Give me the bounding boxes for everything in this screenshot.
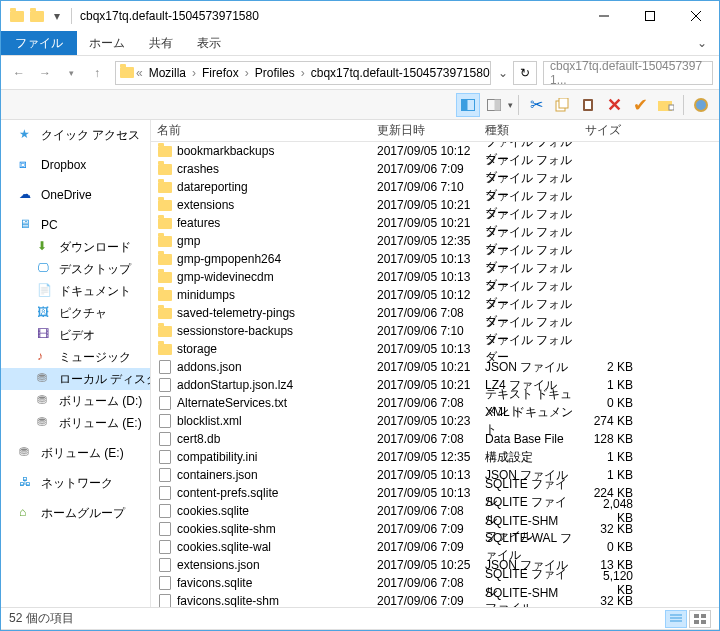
copy-icon[interactable] bbox=[550, 93, 574, 117]
file-icon bbox=[157, 539, 173, 555]
breadcrumb-segment[interactable]: Mozilla bbox=[145, 66, 190, 80]
sidebar-item[interactable]: ⛃ボリューム (D:) bbox=[1, 390, 150, 412]
folder-icon bbox=[157, 269, 173, 285]
sidebar-item-label: OneDrive bbox=[41, 188, 92, 202]
sidebar-item[interactable]: ♪ミュージック bbox=[1, 346, 150, 368]
breadcrumb[interactable]: « Mozilla›Firefox›Profiles›cbqx17tq.defa… bbox=[115, 61, 491, 85]
sidebar-item[interactable]: 🖧ネットワーク bbox=[1, 472, 150, 494]
breadcrumb-segment[interactable]: cbqx17tq.default-1504573971580 bbox=[307, 66, 491, 80]
sidebar-item[interactable]: ⛃ボリューム (E:) bbox=[1, 412, 150, 434]
picture-icon: 🖼 bbox=[37, 305, 53, 321]
file-row[interactable]: cookies.sqlite-wal2017/09/06 7:09SQLITE-… bbox=[151, 538, 719, 556]
file-date: 2017/09/05 10:13 bbox=[371, 468, 479, 482]
globe-icon[interactable] bbox=[689, 93, 713, 117]
folder-icon bbox=[120, 65, 134, 81]
file-row[interactable]: datareporting2017/09/06 7:10ファイル フォルダー bbox=[151, 178, 719, 196]
column-type[interactable]: 種類 bbox=[479, 122, 579, 139]
address-dropdown[interactable]: ⌄ bbox=[497, 61, 509, 85]
view-tab[interactable]: 表示 bbox=[185, 31, 233, 55]
recent-dropdown[interactable]: ▾ bbox=[59, 61, 83, 85]
sidebar-item[interactable]: ⛃ボリューム (E:) bbox=[1, 442, 150, 464]
search-input[interactable]: cbqx17tq.default-150457397 1... bbox=[543, 61, 713, 85]
file-date: 2017/09/05 10:23 bbox=[371, 414, 479, 428]
sidebar-item[interactable]: 🎞ビデオ bbox=[1, 324, 150, 346]
sidebar-item[interactable]: ⛃ローカル ディスク (C:) bbox=[1, 368, 150, 390]
details-view-button[interactable] bbox=[665, 610, 687, 628]
column-name[interactable]: 名前 bbox=[151, 122, 371, 139]
breadcrumb-segment[interactable]: Firefox bbox=[198, 66, 243, 80]
file-row[interactable]: saved-telemetry-pings2017/09/06 7:08ファイル… bbox=[151, 304, 719, 322]
file-row[interactable]: containers.json2017/09/05 10:13JSON ファイル… bbox=[151, 466, 719, 484]
maximize-button[interactable] bbox=[627, 1, 673, 31]
sidebar-item[interactable]: ☁OneDrive bbox=[1, 184, 150, 206]
up-button[interactable]: ↑ bbox=[85, 61, 109, 85]
share-tab[interactable]: 共有 bbox=[137, 31, 185, 55]
file-row[interactable]: AlternateServices.txt2017/09/06 7:08テキスト… bbox=[151, 394, 719, 412]
sidebar-item[interactable]: 🖥PC bbox=[1, 214, 150, 236]
file-row[interactable]: cookies.sqlite2017/09/06 7:08SQLITE ファイル… bbox=[151, 502, 719, 520]
file-row[interactable]: addonStartup.json.lz42017/09/05 10:21LZ4… bbox=[151, 376, 719, 394]
sidebar-item[interactable]: 🖵デスクトップ bbox=[1, 258, 150, 280]
file-tab[interactable]: ファイル bbox=[1, 31, 77, 55]
navigation-pane[interactable]: ★クイック アクセス⧈Dropbox☁OneDrive🖥PC⬇ダウンロード🖵デス… bbox=[1, 120, 151, 607]
sidebar-item[interactable]: ⌂ホームグループ bbox=[1, 502, 150, 524]
sidebar-item-label: PC bbox=[41, 218, 58, 232]
delete-icon[interactable]: ✕ bbox=[602, 93, 626, 117]
paste-icon[interactable] bbox=[576, 93, 600, 117]
back-button[interactable]: ← bbox=[7, 61, 31, 85]
refresh-button[interactable]: ↻ bbox=[513, 61, 537, 85]
file-row[interactable]: crashes2017/09/06 7:09ファイル フォルダー bbox=[151, 160, 719, 178]
menubar: ファイル ホーム 共有 表示 ⌄ bbox=[1, 31, 719, 56]
file-list[interactable]: bookmarkbackups2017/09/05 10:12ファイル フォルダ… bbox=[151, 142, 719, 607]
sidebar-item[interactable]: ⬇ダウンロード bbox=[1, 236, 150, 258]
file-row[interactable]: compatibility.ini2017/09/05 12:35構成設定1 K… bbox=[151, 448, 719, 466]
file-name: blocklist.xml bbox=[177, 414, 242, 428]
breadcrumb-segment[interactable]: Profiles bbox=[251, 66, 299, 80]
file-row[interactable]: minidumps2017/09/05 10:12ファイル フォルダー bbox=[151, 286, 719, 304]
sidebar-item[interactable]: ★クイック アクセス bbox=[1, 124, 150, 146]
file-row[interactable]: bookmarkbackups2017/09/05 10:12ファイル フォルダ… bbox=[151, 142, 719, 160]
file-row[interactable]: blocklist.xml2017/09/05 10:23XML ドキュメント2… bbox=[151, 412, 719, 430]
forward-button[interactable]: → bbox=[33, 61, 57, 85]
video-icon: 🎞 bbox=[37, 327, 53, 343]
file-row[interactable]: gmp2017/09/05 12:35ファイル フォルダー bbox=[151, 232, 719, 250]
file-row[interactable]: cookies.sqlite-shm2017/09/06 7:09SQLITE-… bbox=[151, 520, 719, 538]
file-date: 2017/09/05 12:35 bbox=[371, 234, 479, 248]
home-tab[interactable]: ホーム bbox=[77, 31, 137, 55]
file-row[interactable]: sessionstore-backups2017/09/06 7:10ファイル … bbox=[151, 322, 719, 340]
column-size[interactable]: サイズ bbox=[579, 122, 639, 139]
sidebar-item[interactable]: 📄ドキュメント bbox=[1, 280, 150, 302]
file-row[interactable]: gmp-widevinecdm2017/09/05 10:13ファイル フォルダ… bbox=[151, 268, 719, 286]
sidebar-item-label: ボリューム (E:) bbox=[59, 415, 142, 432]
expand-ribbon-icon[interactable]: ⌄ bbox=[685, 31, 719, 55]
sidebar-item-label: ネットワーク bbox=[41, 475, 113, 492]
file-icon bbox=[157, 557, 173, 573]
file-date: 2017/09/06 7:08 bbox=[371, 432, 479, 446]
file-row[interactable]: storage2017/09/05 10:13ファイル フォルダー bbox=[151, 340, 719, 358]
file-row[interactable]: addons.json2017/09/05 10:21JSON ファイル2 KB bbox=[151, 358, 719, 376]
file-row[interactable]: features2017/09/05 10:21ファイル フォルダー bbox=[151, 214, 719, 232]
chevron-right-icon[interactable]: › bbox=[299, 66, 307, 80]
chevron-right-icon[interactable]: › bbox=[243, 66, 251, 80]
large-icons-view-button[interactable] bbox=[689, 610, 711, 628]
sidebar-item[interactable]: 🖼ピクチャ bbox=[1, 302, 150, 324]
file-row[interactable]: cert8.db2017/09/06 7:08Data Base File128… bbox=[151, 430, 719, 448]
chevron-right-icon[interactable]: « bbox=[134, 66, 145, 80]
file-type: JSON ファイル bbox=[479, 359, 579, 376]
file-row[interactable]: favicons.sqlite2017/09/06 7:08SQLITE ファイ… bbox=[151, 574, 719, 592]
column-date[interactable]: 更新日時 bbox=[371, 122, 479, 139]
cut-icon[interactable]: ✂ bbox=[524, 93, 548, 117]
details-pane-icon[interactable] bbox=[482, 93, 506, 117]
file-row[interactable]: extensions2017/09/05 10:21ファイル フォルダー bbox=[151, 196, 719, 214]
preview-pane-icon[interactable] bbox=[456, 93, 480, 117]
file-row[interactable]: favicons.sqlite-shm2017/09/06 7:09SQLITE… bbox=[151, 592, 719, 607]
sidebar-item[interactable]: ⧈Dropbox bbox=[1, 154, 150, 176]
file-row[interactable]: gmp-gmpopenh2642017/09/05 10:13ファイル フォルダ… bbox=[151, 250, 719, 268]
chevron-right-icon[interactable]: › bbox=[190, 66, 198, 80]
minimize-button[interactable] bbox=[581, 1, 627, 31]
rename-icon[interactable]: ✔ bbox=[628, 93, 652, 117]
new-folder-icon[interactable] bbox=[654, 93, 678, 117]
sidebar-item-label: ボリューム (E:) bbox=[41, 445, 124, 462]
close-button[interactable] bbox=[673, 1, 719, 31]
qat-dropdown-icon[interactable]: ▾ bbox=[49, 8, 65, 24]
